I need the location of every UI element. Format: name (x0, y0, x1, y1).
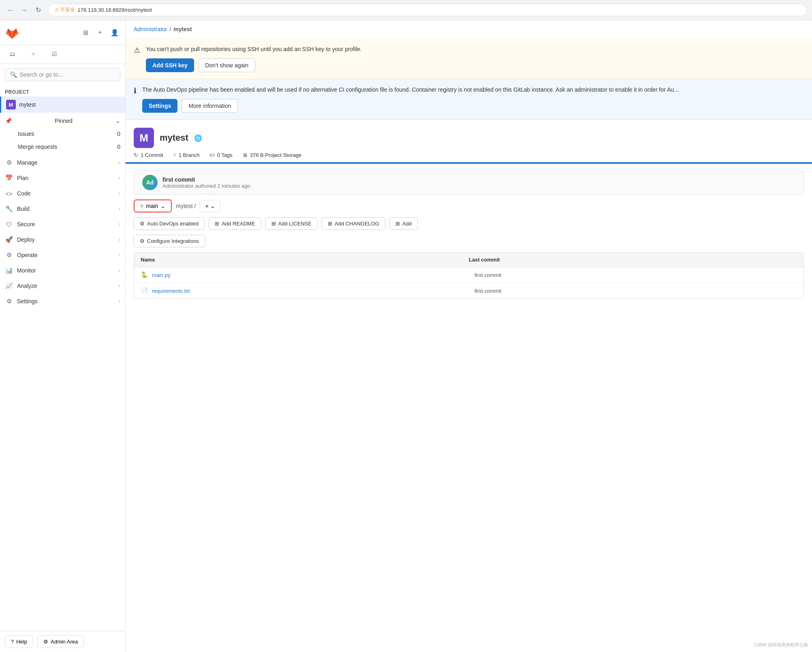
chevron-right-icon: › (119, 252, 120, 258)
add-more-btn[interactable]: ⊞ Add (389, 217, 418, 230)
sidebar-item-plan[interactable]: 📅 Plan › (0, 170, 125, 186)
sidebar-header: ⊞ + 👤 (0, 20, 125, 45)
add-readme-label: Add README (222, 221, 255, 227)
stat-tags[interactable]: 🏷 0 Tags (209, 152, 233, 158)
sidebar-item-analyze[interactable]: 📈 Analyze › (0, 278, 125, 294)
tags-count: 0 Tags (217, 152, 233, 158)
gear-icon: ⚙ (140, 221, 145, 227)
devops-settings-button[interactable]: Settings (142, 99, 177, 113)
info-icon: ℹ (134, 86, 137, 95)
forward-button[interactable]: → (19, 4, 30, 16)
sidebar-item-secure[interactable]: 🛡 Secure › (0, 217, 125, 232)
file-name-link[interactable]: main.py (152, 272, 474, 278)
breadcrumb-parent[interactable]: Administrator (134, 26, 167, 32)
add-changelog-label: Add CHANGELOG (335, 221, 379, 227)
new-item-btn[interactable]: + (94, 27, 106, 38)
sidebar-item-monitor[interactable]: 📊 Monitor › (0, 263, 125, 278)
address-bar[interactable]: ⚠ 不安全 178.119.30.16:8929/root/mytest (48, 4, 807, 16)
configure-integrations-btn[interactable]: ⚙ Configure Integrations (134, 235, 205, 247)
storage-icon: 🖥 (242, 152, 248, 158)
chevron-right-icon: › (119, 206, 120, 212)
project-stats: ↻ 1 Commit ⑂ 1 Branch 🏷 0 Tags 🖥 376 B P… (126, 152, 812, 162)
file-name-link[interactable]: requirements.txt (152, 288, 474, 294)
tab-git[interactable]: ⑂ (26, 48, 41, 60)
tag-icon: 🏷 (209, 152, 215, 158)
nav-icon: ⚙ (5, 297, 13, 305)
sidebar-item-deploy[interactable]: 🚀 Deploy › (0, 232, 125, 247)
file-rows: 🐍 main.py first commit 📄 requirements.tx… (134, 267, 803, 298)
sidebar-footer: ? Help ⚙ Admin Area (0, 631, 125, 652)
tab-checklist[interactable]: ☑ (47, 48, 62, 60)
main-content: Administrator / mytest ⚠ You can't push … (126, 20, 812, 652)
devops-alert: ℹ The Auto DevOps pipeline has been enab… (126, 79, 812, 120)
ssh-alert-message: You can't push or pull repositories usin… (146, 45, 804, 54)
user-menu-btn[interactable]: 👤 (109, 27, 120, 38)
configure-integrations-label: Configure Integrations (147, 238, 199, 244)
more-information-button[interactable]: More information (182, 99, 238, 113)
stat-branches[interactable]: ⑂ 1 Branch (173, 152, 200, 158)
commit-title[interactable]: first commit (162, 176, 795, 183)
sidebar-project-item[interactable]: M mytest (0, 97, 125, 113)
sidebar-item-operate[interactable]: ⚙ Operate › (0, 247, 125, 263)
nav-label: Analyze (17, 283, 115, 289)
sidebar-item-settings[interactable]: ⚙ Settings › (0, 294, 125, 309)
auto-devops-btn[interactable]: ⚙ Auto DevOps enabled (134, 217, 205, 230)
add-file-button[interactable]: + ⌄ (200, 200, 220, 212)
sidebar-item-merge-requests[interactable]: Merge requests 0 (0, 140, 125, 153)
pinned-header[interactable]: 📌 Pinned ⌄ (0, 114, 125, 127)
search-bar[interactable]: 🔍 Search or go to... (5, 68, 120, 81)
file-type-icon: 🐍 (141, 271, 149, 279)
sidebar-item-code[interactable]: <> Code › (0, 186, 125, 201)
browser-chrome: ← → ↻ ⚠ 不安全 178.119.30.16:8929/root/myte… (0, 0, 812, 20)
ssh-alert-actions: Add SSH key Don't show again (146, 58, 804, 72)
breadcrumb-current: mytest (173, 26, 192, 32)
pinned-label: Pinned (55, 118, 73, 124)
browser-nav: ← → ↻ (5, 4, 44, 16)
table-row: 🐍 main.py first commit (134, 267, 803, 283)
add-license-label: Add LICENSE (278, 221, 312, 227)
commits-count: 1 Commit (141, 152, 163, 158)
auto-devops-label: Auto DevOps enabled (147, 221, 199, 227)
chevron-right-icon: › (119, 268, 120, 273)
nav-label: Monitor (17, 267, 115, 274)
issues-label: Issues (18, 131, 34, 137)
help-button[interactable]: ? Help (5, 635, 33, 648)
merge-requests-label: Merge requests (18, 144, 57, 150)
chevron-right-icon: › (119, 237, 120, 242)
nav-icon: ⚙ (5, 159, 13, 167)
back-button[interactable]: ← (5, 4, 16, 16)
add-ssh-key-button[interactable]: Add SSH key (146, 58, 194, 72)
add-license-btn[interactable]: ⊞ Add LICENSE (265, 217, 318, 230)
dismiss-ssh-button[interactable]: Don't show again (198, 58, 255, 72)
storage-size: 376 B Project Storage (250, 152, 301, 158)
sidebar-item-issues[interactable]: Issues 0 (0, 127, 125, 140)
pinned-section: 📌 Pinned ⌄ Issues 0 Merge requests 0 (0, 113, 125, 155)
add-changelog-btn[interactable]: ⊞ Add CHANGELOG (322, 217, 385, 230)
sidebar: ⊞ + 👤 🗂 ⑂ ☑ 🔍 Search or go to... Project… (0, 20, 126, 652)
admin-area-button[interactable]: ⚙ Admin Area (37, 635, 84, 648)
watermark: CSDN @阿汤哥的程序之路 (754, 642, 808, 648)
nav-label: Operate (17, 252, 115, 258)
project-avatar: M (6, 100, 16, 109)
chevron-right-icon: › (119, 221, 120, 227)
tab-board[interactable]: 🗂 (5, 48, 19, 60)
nav-label: Code (17, 190, 115, 197)
plus-square-icon: ⊞ (328, 221, 332, 227)
nav-items: ⚙ Manage › 📅 Plan › <> Code › 🔧 Build › … (0, 155, 125, 309)
chevron-down-icon: ⌄ (115, 118, 120, 124)
branch-selector[interactable]: ⑂ main ⌄ (134, 199, 172, 212)
refresh-button[interactable]: ↻ (32, 4, 44, 16)
configure-integrations-row: ⚙ Configure Integrations (126, 235, 812, 252)
plus-square-icon: ⊞ (395, 221, 400, 227)
commit-icon: ↻ (134, 152, 138, 158)
add-readme-btn[interactable]: ⊞ Add README (209, 217, 261, 230)
sidebar-item-manage[interactable]: ⚙ Manage › (0, 155, 125, 170)
ssh-alert-content: You can't push or pull repositories usin… (146, 45, 804, 72)
breadcrumb: Administrator / mytest (126, 20, 812, 39)
add-more-label: Add (402, 221, 412, 227)
project-title: mytest (160, 133, 188, 143)
stat-commits[interactable]: ↻ 1 Commit (134, 152, 163, 158)
sidebar-toggle-btn[interactable]: ⊞ (80, 27, 91, 38)
sidebar-item-build[interactable]: 🔧 Build › (0, 201, 125, 217)
project-header: M mytest 🌐 (126, 120, 812, 152)
